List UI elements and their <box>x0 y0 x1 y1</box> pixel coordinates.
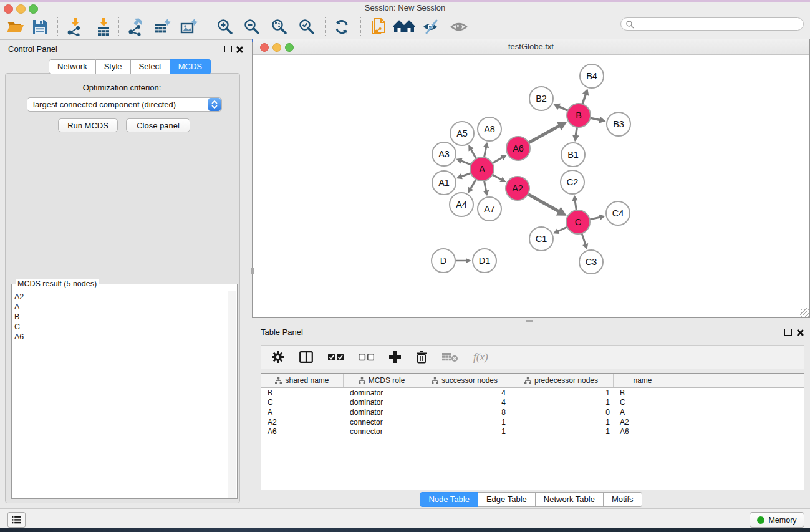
save-session-button[interactable] <box>29 16 51 37</box>
table-cell[interactable]: 4 <box>420 389 509 397</box>
graph-node-B[interactable]: B <box>567 104 591 127</box>
table-cell[interactable]: dominator <box>344 408 420 417</box>
graph-edge-C-C3[interactable] <box>582 233 589 249</box>
graph-edge-C-C4[interactable] <box>589 215 605 220</box>
mcds-result-item[interactable]: C <box>14 322 227 332</box>
network-window-titlebar[interactable]: testGlobe.txt <box>253 39 809 55</box>
table-cell[interactable]: 8 <box>420 408 509 417</box>
table-panel-close-button[interactable] <box>796 329 803 336</box>
close-panel-button[interactable]: Close panel <box>126 118 190 132</box>
graph-edge-D-D1[interactable] <box>455 258 471 263</box>
graph-node-C3[interactable]: C3 <box>579 250 603 274</box>
task-history-button[interactable] <box>7 512 26 528</box>
tab-motifs[interactable]: Motifs <box>604 492 642 507</box>
table-cell[interactable]: A <box>261 408 344 417</box>
mcds-result-scrollbar[interactable] <box>228 291 236 498</box>
table-row[interactable]: A6connector11A6 <box>261 427 804 437</box>
memory-button[interactable]: Memory <box>750 512 804 528</box>
mcds-result-list[interactable]: A2ABCA6 <box>14 292 227 497</box>
import-network-button[interactable] <box>64 16 86 37</box>
hide-graphics-button[interactable] <box>420 16 442 37</box>
column-header-successor-nodes[interactable]: successor nodes <box>420 374 509 387</box>
table-cell[interactable]: 1 <box>509 389 614 397</box>
table-cell[interactable]: dominator <box>344 389 420 397</box>
graph-edge-A2-C[interactable] <box>528 194 567 216</box>
network-graph-canvas[interactable]: AA1A2A3A4A5A6A7A8BB1B2B3B4CC1C2C3C4DD1 <box>253 54 809 317</box>
graph-node-A[interactable]: A <box>470 157 494 181</box>
select-all-button[interactable] <box>328 354 344 361</box>
search-input[interactable] <box>634 19 803 29</box>
graph-edge-A-A4[interactable] <box>468 179 476 193</box>
graph-node-A6[interactable]: A6 <box>506 137 530 160</box>
graph-edge-A-A1[interactable] <box>456 173 471 179</box>
show-graphics-button[interactable] <box>448 16 470 37</box>
table-cell[interactable]: 1 <box>509 418 614 427</box>
graph-node-A4[interactable]: A4 <box>450 193 473 216</box>
graph-node-B4[interactable]: B4 <box>580 64 604 88</box>
table-cell[interactable]: C <box>614 398 672 407</box>
table-cell[interactable]: connector <box>344 418 420 427</box>
graph-node-A8[interactable]: A8 <box>478 117 501 141</box>
column-header-name[interactable]: name <box>614 374 672 387</box>
graph-edge-B-B4[interactable] <box>582 89 589 105</box>
graph-node-B3[interactable]: B3 <box>607 112 630 136</box>
zoom-in-button[interactable] <box>214 16 236 37</box>
zoom-out-button[interactable] <box>241 16 263 37</box>
toggle-columns-button[interactable] <box>299 351 313 363</box>
graph-edge-A-A6[interactable] <box>492 155 507 163</box>
deselect-all-button[interactable] <box>359 354 374 361</box>
graph-edge-A-A3[interactable] <box>456 158 472 165</box>
tab-network-table[interactable]: Network Table <box>536 492 604 507</box>
graph-node-A7[interactable]: A7 <box>478 197 501 221</box>
table-cell[interactable]: 1 <box>420 418 509 427</box>
control-panel-close-button[interactable] <box>236 46 243 53</box>
table-cell[interactable]: C <box>261 398 344 407</box>
table-cell[interactable]: B <box>261 389 344 397</box>
control-panel-float-button[interactable] <box>224 46 232 52</box>
graph-node-C4[interactable]: C4 <box>606 201 630 225</box>
tab-network[interactable]: Network <box>49 59 96 74</box>
tab-select[interactable]: Select <box>131 59 170 74</box>
graph-node-B2[interactable]: B2 <box>529 87 553 110</box>
column-header-MCDS-role[interactable]: MCDS role <box>344 374 420 387</box>
graph-node-C[interactable]: C <box>566 210 590 234</box>
graph-node-A5[interactable]: A5 <box>450 122 474 145</box>
zoom-fit-button[interactable] <box>268 16 291 37</box>
home-button[interactable] <box>393 16 415 37</box>
graph-edge-C-C1[interactable] <box>553 226 568 233</box>
table-cell[interactable]: 1 <box>509 398 614 407</box>
table-cell[interactable]: 1 <box>509 427 614 436</box>
table-settings-button[interactable] <box>271 351 284 364</box>
tab-node-table[interactable]: Node Table <box>420 492 478 507</box>
tab-edge-table[interactable]: Edge Table <box>478 492 536 507</box>
tab-style[interactable]: Style <box>96 59 131 74</box>
graph-node-D1[interactable]: D1 <box>473 249 496 273</box>
table-cell[interactable]: B <box>614 389 672 397</box>
graph-edge-A-A8[interactable] <box>483 142 489 158</box>
table-cell[interactable]: A6 <box>261 427 344 436</box>
graph-node-C1[interactable]: C1 <box>529 227 553 251</box>
graph-edge-B-B3[interactable] <box>590 117 606 123</box>
graph-node-A1[interactable]: A1 <box>432 171 456 195</box>
graph-edge-A6-B[interactable] <box>528 122 567 143</box>
table-row[interactable]: Bdominator41B <box>261 388 804 398</box>
zoom-selected-button[interactable] <box>296 16 318 37</box>
table-cell[interactable]: A <box>614 408 672 417</box>
export-image-button[interactable] <box>178 16 200 37</box>
export-table-button[interactable] <box>151 16 173 37</box>
table-cell[interactable]: 4 <box>420 398 509 407</box>
delete-column-button[interactable] <box>416 351 427 364</box>
graph-edge-B-B2[interactable] <box>553 104 568 111</box>
graph-node-A2[interactable]: A2 <box>506 177 529 200</box>
graph-edge-C-C2[interactable] <box>572 195 578 211</box>
mcds-result-item[interactable]: A6 <box>14 332 227 342</box>
graph-node-C2[interactable]: C2 <box>561 170 584 194</box>
graph-edge-A-A2[interactable] <box>492 175 506 182</box>
export-network-button[interactable] <box>125 16 147 37</box>
open-session-file-button[interactable] <box>367 16 390 37</box>
graph-edge-B-B1[interactable] <box>572 127 579 142</box>
table-cell[interactable]: 0 <box>509 408 614 417</box>
mcds-result-item[interactable]: A <box>14 302 227 312</box>
graph-node-A3[interactable]: A3 <box>432 142 456 166</box>
table-cell[interactable]: A6 <box>614 427 672 436</box>
